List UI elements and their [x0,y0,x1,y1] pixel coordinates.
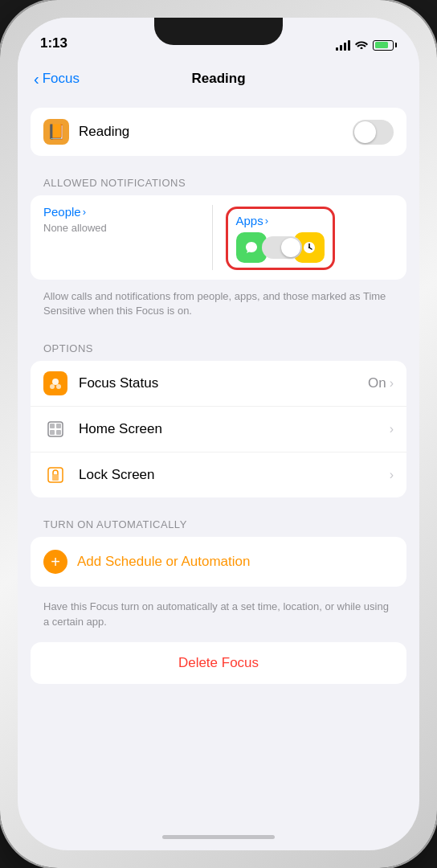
focus-status-label: Focus Status [79,375,357,391]
people-subtext: None allowed [43,222,212,234]
apps-column[interactable]: Apps › [213,205,394,270]
nav-header: ‹ Focus Reading [18,58,419,100]
apps-chevron-icon: › [265,215,268,227]
toggle-knob [354,121,376,143]
add-schedule-label: Add Schedule or Automation [77,554,250,570]
automation-section-label: TURN ON AUTOMATICALLY [18,504,419,537]
battery-icon [373,40,397,51]
footer-notice: Have this Focus turn on automatically at… [18,593,419,641]
reading-book-icon: 📙 [43,119,69,145]
options-section-label: OPTIONS [18,328,419,361]
svg-point-5 [308,247,310,248]
people-chevron-icon: › [83,206,86,218]
options-card: Focus Status On › [31,361,406,497]
reading-toggle-card: 📙 Reading [31,108,406,156]
people-column[interactable]: People › None allowed [43,205,212,270]
automation-card: + Add Schedule or Automation [31,537,406,587]
focus-status-icon [43,371,67,395]
svg-rect-15 [52,474,59,481]
people-heading[interactable]: People › [43,205,212,219]
focus-status-row[interactable]: Focus Status On › [31,361,406,407]
lock-screen-row[interactable]: Lock Screen › [31,452,406,497]
add-schedule-row[interactable]: + Add Schedule or Automation [31,537,406,587]
phone-frame: 1:13 [0,0,437,868]
svg-rect-12 [50,430,55,435]
reading-toggle-switch[interactable] [353,120,394,145]
home-screen-icon [43,417,67,441]
allowed-notifications-card: People › None allowed Apps › [31,195,406,280]
focus-status-value: On › [368,375,394,391]
signal-icon [336,39,350,51]
status-time: 1:13 [40,35,67,51]
home-screen-chevron-icon: › [390,422,394,436]
home-bar [162,835,275,839]
svg-point-6 [52,379,59,385]
svg-point-8 [56,384,61,389]
lock-screen-chevron-icon: › [390,468,394,482]
svg-rect-11 [56,424,61,428]
app-toggle-overlap [262,236,302,259]
notch [154,18,283,45]
apps-label-row: Apps › [236,214,325,227]
back-label: Focus [43,71,80,87]
allowed-notice-text: Allow calls and notifications from peopl… [18,283,419,328]
home-indicator [18,823,419,850]
status-icons [336,39,397,51]
reading-label: Reading [79,124,343,140]
lock-screen-label: Lock Screen [79,467,378,483]
back-chevron-icon: ‹ [34,71,39,87]
page-title: Reading [191,71,245,87]
home-screen-label: Home Screen [79,421,378,437]
scroll-content: 📙 Reading ALLOWED NOTIFICATIONS People › [18,100,419,823]
svg-rect-13 [56,430,61,435]
allowed-row: People › None allowed Apps › [31,195,406,280]
allowed-section-label: ALLOWED NOTIFICATIONS [18,162,419,195]
apps-heading[interactable]: Apps › [236,214,269,227]
delete-focus-row[interactable]: Delete Focus [31,642,406,684]
lock-screen-icon [43,463,67,487]
apps-highlight-box: Apps › [226,207,335,270]
wifi-icon [355,39,368,51]
svg-rect-10 [50,424,55,428]
app-toggle-knob [281,238,300,257]
apps-icons-row [236,232,325,263]
delete-focus-label: Delete Focus [178,655,259,671]
home-screen-row[interactable]: Home Screen › [31,407,406,452]
svg-point-7 [50,384,55,389]
plus-icon: + [43,550,67,574]
reading-toggle-row: 📙 Reading [31,108,406,156]
lock-screen-chevron: › [390,468,394,482]
phone-screen: 1:13 [18,18,419,850]
home-screen-chevron: › [390,422,394,436]
back-button[interactable]: ‹ Focus [34,71,80,87]
focus-status-chevron-icon: › [390,376,394,391]
delete-focus-card: Delete Focus [31,642,406,684]
